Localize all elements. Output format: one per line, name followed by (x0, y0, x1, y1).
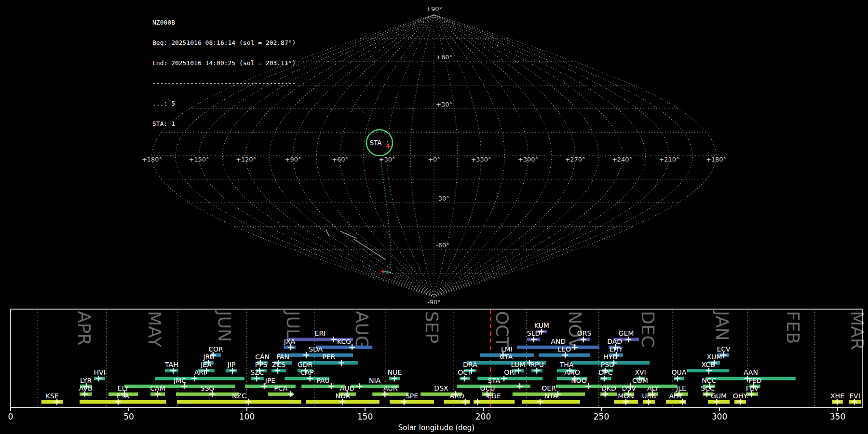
x-axis: 050100150200250300350Solar longitude (de… (8, 407, 846, 432)
shower-code-label-LEO: LEO (557, 345, 571, 353)
equator-longitude-label: +150° (189, 156, 209, 163)
equator-longitude-label: +240° (612, 156, 632, 163)
shower-peak-cross-LUM (515, 368, 521, 374)
shower-peak-cross-XHE (834, 399, 840, 405)
observation-info-block: NZ000B Beg: 20251016 08:16:14 (sol = 202… (152, 6, 296, 134)
equator-longitude-label: +180° (706, 156, 726, 163)
x-tick-label: 300 (712, 412, 727, 421)
shower-code-label-DRA: DRA (463, 361, 477, 368)
shower-peak-cross-KSE (54, 399, 60, 405)
shower-code-label-ARD: ARD (450, 392, 464, 400)
equator-longitude-label: +60° (332, 156, 348, 163)
shower-code-label-EVI: EVI (849, 392, 860, 400)
equator-longitude-label: +180° (142, 156, 162, 163)
shower-code-label-RPU: RPU (530, 361, 543, 368)
drift-end-marker (382, 271, 384, 273)
shower-code-label-PSU: PSU (601, 361, 614, 368)
meteor-trail (341, 231, 356, 238)
sta-radiant-cross (386, 144, 391, 149)
shower-peak-cross-PCA (288, 391, 294, 397)
radiant-map-and-activity-figure: +90°-90°+180°+150°+120°+90°+60°+30°+0°+3… (0, 0, 868, 434)
shower-code-label-OER: OER (542, 384, 556, 392)
month-label: JUN (215, 310, 234, 342)
equator-longitude-label: +330° (471, 156, 491, 163)
meteor-trail (354, 239, 385, 259)
equator-longitude-label: +90° (285, 156, 301, 163)
shower-peak-cross-DPC (601, 376, 607, 381)
meteor-trails-and-radiant: STA (289, 98, 425, 276)
shower-code-label-ETA: ETA (117, 392, 129, 400)
shower-code-label-CAN: CAN (255, 353, 270, 361)
shower-code-label-KSE: KSE (46, 392, 59, 400)
shower-bar-NZC (177, 400, 301, 404)
shower-code-label-JRC: JRC (203, 353, 214, 361)
shower-code-label-ERI: ERI (315, 329, 326, 337)
x-axis-title: Solar longitude (deg) (398, 423, 475, 432)
shower-code-label-STA: STA (488, 377, 500, 384)
faint-trail-line (350, 98, 368, 117)
shower-peak-cross-ORI (501, 376, 507, 381)
shower-code-label-SCC: SCC (701, 384, 715, 392)
shower-code-label-MON: MON (618, 392, 634, 400)
shower-code-label-SPE: SPE (406, 392, 418, 400)
shower-bar-ETA (80, 400, 166, 404)
shower-bar-NTA (522, 400, 580, 404)
shower-peak-cross-SCC (704, 391, 710, 397)
shower-code-label-SSG: SSG (201, 384, 215, 392)
month-label: APR (74, 311, 94, 345)
shower-code-label-PAU: PAU (316, 377, 329, 384)
shower-peak-cross-JPE (261, 383, 267, 389)
shower-code-label-ECV: ECV (717, 345, 731, 353)
shower-code-label-PPS: PPS (255, 361, 268, 368)
shower-peak-cross-GEM (625, 337, 631, 342)
shower-peak-cross-ZCS (274, 368, 280, 374)
month-label: MAY (145, 311, 164, 348)
shower-peak-cross-OHY (737, 399, 743, 405)
separator-line: -------------------------------------- (152, 80, 296, 87)
shower-code-label-AAN: AAN (744, 368, 758, 376)
shower-peak-cross-LEO (562, 352, 568, 358)
shower-peak-cross-ARI (191, 376, 197, 381)
shower-code-label-THA: THA (559, 361, 574, 368)
month-label: DEC (638, 311, 658, 348)
meridian-line (293, 15, 434, 297)
shower-code-label-NIA: NIA (369, 377, 381, 384)
shower-code-label-FED: FED (748, 377, 762, 384)
shower-peak-cross-SSG (209, 391, 215, 397)
unidentified-count: ...: 5 (152, 100, 296, 107)
shower-code-label-AUD: AUD (340, 384, 355, 392)
shower-peak-cross-QUA (675, 376, 680, 381)
shower-code-label-JXA: JXA (284, 338, 296, 345)
latitude-label: -30° (436, 195, 449, 202)
shower-code-label-FEV: FEV (746, 384, 759, 392)
shower-peak-cross-PAU (328, 383, 334, 389)
shower-code-label-FAN: FAN (276, 353, 289, 361)
shower-peak-cross-CAM (155, 391, 161, 397)
month-label: JAN (712, 310, 732, 341)
shower-code-label-ALY: ALY (647, 384, 659, 392)
north-pole-label: +90° (426, 5, 442, 13)
month-label: MAR (847, 311, 867, 350)
shower-peak-cross-NDA (339, 399, 345, 405)
shower-code-label-ARI: ARI (194, 368, 205, 376)
shower-code-label-EHY: EHY (610, 345, 623, 353)
shower-code-label-XHE: XHE (830, 392, 844, 400)
shower-code-label-HYD: HYD (603, 353, 618, 361)
shower-code-label-ZCS: ZCS (272, 361, 285, 368)
shower-code-label-EGE: EGE (487, 392, 501, 400)
shower-code-label-NDA: NDA (336, 392, 351, 400)
shower-code-label-JPE: JPE (265, 377, 275, 384)
shower-peak-cross-JMC (181, 383, 187, 389)
shower-code-label-TAH: TAH (164, 361, 178, 368)
shower-peak-cross-NTA (537, 399, 543, 405)
shower-bar-AUR (372, 393, 408, 396)
shower-code-label-URS: URS (642, 392, 656, 400)
south-pole-label: -90° (427, 298, 441, 306)
shower-code-label-AHY: AHY (669, 392, 683, 400)
shower-code-label-CAM: CAM (150, 384, 165, 392)
shower-code-label-JEA: JEA (200, 361, 212, 368)
equator-longitude-label: +210° (659, 156, 679, 163)
shower-code-label-KCG: KCG (337, 338, 351, 345)
shower-peak-cross-NIA (356, 383, 362, 389)
end-time-line: End: 20251016 14:00:25 (sol = 203.11°) (152, 60, 296, 67)
